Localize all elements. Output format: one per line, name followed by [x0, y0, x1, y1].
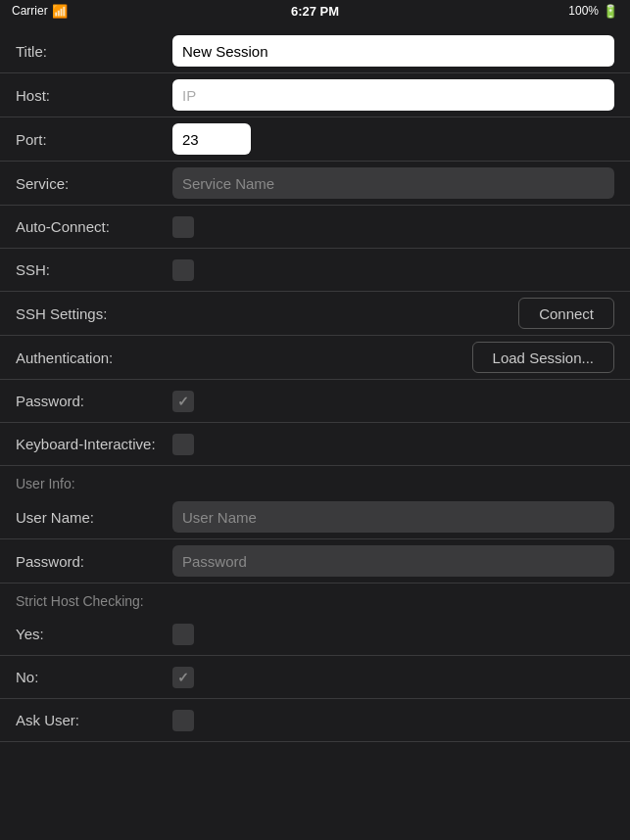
password-checkbox-row: Password: — [0, 380, 630, 423]
ask-user-label: Ask User: — [16, 712, 172, 728]
wifi-icon: 📶 — [52, 4, 68, 19]
keyboard-interactive-checkbox[interactable] — [172, 434, 194, 455]
auto-connect-row: Auto-Connect: — [0, 206, 630, 249]
no-label: No: — [16, 669, 172, 685]
user-info-label: User Info: — [16, 476, 75, 491]
title-input[interactable] — [172, 35, 614, 67]
connect-button-area: Connect — [518, 298, 614, 329]
yes-row: Yes: — [0, 613, 630, 656]
port-input[interactable] — [172, 123, 251, 155]
title-label: Title: — [16, 43, 172, 60]
status-bar: Carrier 📶 6:27 PM 100% 🔋 — [0, 0, 630, 22]
user-name-input[interactable] — [172, 501, 614, 533]
ssh-checkbox[interactable] — [172, 259, 194, 281]
password-checkbox[interactable] — [172, 391, 194, 412]
no-row: No: — [0, 656, 630, 699]
user-name-row: User Name: — [0, 495, 630, 539]
port-label: Port: — [16, 131, 172, 148]
keyboard-interactive-row: Keyboard-Interactive: — [0, 423, 630, 466]
password-input[interactable] — [172, 545, 614, 577]
host-input[interactable] — [172, 79, 614, 111]
service-label: Service: — [16, 175, 172, 192]
password-field-label: Password: — [16, 553, 172, 570]
ask-user-checkbox[interactable] — [172, 710, 194, 731]
user-name-label: User Name: — [16, 509, 172, 526]
port-row: Port: — [0, 117, 630, 162]
connect-button[interactable]: Connect — [518, 298, 614, 329]
no-checkbox[interactable] — [172, 667, 194, 688]
ssh-settings-label: SSH Settings: — [16, 305, 172, 322]
authentication-label: Authentication: — [16, 350, 172, 366]
carrier-label: Carrier — [12, 4, 48, 18]
ssh-settings-row: SSH Settings: Connect — [0, 292, 630, 336]
title-row: Title: — [0, 29, 630, 73]
host-label: Host: — [16, 87, 172, 104]
service-input[interactable] — [172, 167, 614, 199]
ssh-label: SSH: — [16, 261, 172, 278]
battery-percent: 100% — [568, 4, 599, 18]
auto-connect-label: Auto-Connect: — [16, 218, 172, 235]
keyboard-interactive-label: Keyboard-Interactive: — [16, 436, 172, 452]
service-row: Service: — [0, 162, 630, 206]
form-content: Title: Host: Port: Service: Auto-Connect… — [0, 22, 630, 750]
password-checkbox-label: Password: — [16, 393, 172, 409]
ask-user-row: Ask User: — [0, 699, 630, 742]
battery-icon: 🔋 — [603, 4, 618, 19]
ssh-row: SSH: — [0, 249, 630, 292]
load-session-button[interactable]: Load Session... — [472, 342, 614, 373]
load-session-button-area: Load Session... — [472, 342, 614, 373]
yes-checkbox[interactable] — [172, 624, 194, 645]
status-bar-left: Carrier 📶 — [12, 4, 68, 19]
strict-host-label: Strict Host Checking: — [16, 593, 144, 609]
user-info-header: User Info: — [0, 466, 630, 495]
strict-host-header: Strict Host Checking: — [0, 583, 630, 613]
authentication-row: Authentication: Load Session... — [0, 336, 630, 380]
password-field-row: Password: — [0, 539, 630, 583]
status-bar-right: 100% 🔋 — [568, 4, 618, 19]
yes-label: Yes: — [16, 626, 172, 642]
auto-connect-checkbox[interactable] — [172, 216, 194, 238]
host-row: Host: — [0, 73, 630, 117]
status-bar-time: 6:27 PM — [291, 4, 339, 19]
